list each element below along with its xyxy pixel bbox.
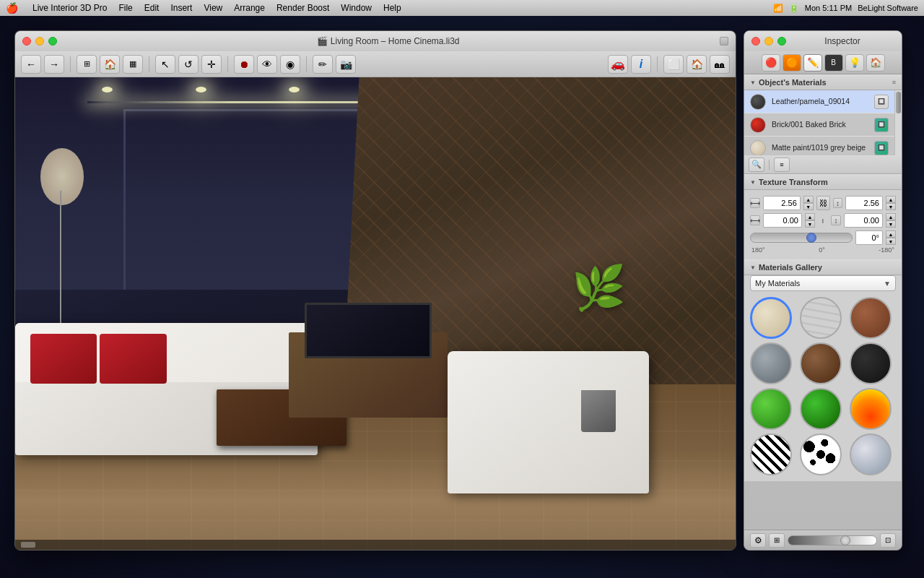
inspector-minimize-button[interactable] bbox=[764, 37, 773, 46]
pencil-button[interactable]: ✏ bbox=[313, 55, 333, 74]
move-tool-button[interactable]: ✛ bbox=[201, 55, 222, 74]
fullscreen-button[interactable]: ⊡ bbox=[880, 533, 896, 548]
select-tool-button[interactable]: ↖ bbox=[155, 55, 175, 74]
brightness-thumb[interactable] bbox=[840, 535, 850, 545]
frame-button[interactable]: ⬜ bbox=[663, 55, 684, 74]
menu-edit[interactable]: Edit bbox=[144, 3, 160, 13]
screenshot-button[interactable]: 📷 bbox=[336, 55, 356, 74]
nav-forward-button[interactable]: → bbox=[44, 55, 64, 74]
floor-plan-button[interactable]: ⊞ bbox=[77, 55, 97, 74]
menu-brand: BeLight Software bbox=[858, 4, 918, 12]
materials-options-icon[interactable]: ≡ bbox=[892, 79, 896, 86]
gallery-item-zebra[interactable] bbox=[750, 434, 792, 475]
tab-house[interactable]: 🏠 bbox=[866, 54, 885, 72]
mat-action-separator bbox=[769, 160, 770, 170]
width-x-down[interactable]: ▼ bbox=[803, 203, 814, 210]
nav-back-button[interactable]: ← bbox=[21, 55, 41, 74]
menu-file[interactable]: File bbox=[118, 3, 132, 13]
gallery-item-fire[interactable] bbox=[850, 388, 892, 430]
car-button[interactable]: 🚗 bbox=[608, 55, 628, 74]
rotation-slider[interactable] bbox=[750, 233, 853, 243]
texture-width-y-stepper[interactable]: ▲ ▼ bbox=[886, 196, 896, 210]
apple-menu[interactable]: 🍎 bbox=[6, 2, 18, 14]
gallery-dropdown[interactable]: My Materials ▼ bbox=[750, 275, 896, 291]
menu-window[interactable]: Window bbox=[341, 3, 372, 13]
plant: 🌿 bbox=[570, 267, 627, 432]
material-swatch-brick bbox=[750, 117, 766, 133]
texture-offset-x-input[interactable]: 0.00 bbox=[763, 213, 802, 228]
inspector-close-button[interactable] bbox=[751, 37, 760, 46]
fit-button[interactable]: ⊞ bbox=[769, 533, 785, 548]
gallery-item-brick[interactable] bbox=[850, 297, 892, 339]
3d-view[interactable]: 🌿 bbox=[15, 77, 736, 550]
offset-x-down[interactable]: ▼ bbox=[805, 220, 815, 228]
tab-light[interactable]: 💡 bbox=[845, 54, 864, 72]
materials-scrollbar[interactable] bbox=[894, 90, 902, 155]
texture-offset-y-input[interactable]: 0.00 bbox=[844, 213, 883, 228]
menu-render-boost[interactable]: Render Boost bbox=[276, 3, 329, 13]
mat-options-button[interactable]: ≡ bbox=[774, 158, 790, 172]
gallery-item-wood[interactable] bbox=[800, 297, 842, 339]
rotation-row: 0° ▲ ▼ bbox=[750, 230, 896, 245]
gallery-item-dalmatian[interactable] bbox=[800, 434, 842, 475]
menu-help[interactable]: Help bbox=[383, 3, 401, 13]
2d-view-button[interactable]: ▦ bbox=[123, 55, 143, 74]
3d-view-button[interactable]: 🏠 bbox=[100, 55, 120, 74]
width-x-up[interactable]: ▲ bbox=[803, 196, 814, 203]
gallery-item-beige[interactable] bbox=[750, 297, 792, 339]
record-button[interactable]: ⏺ bbox=[234, 55, 254, 74]
menu-insert[interactable]: Insert bbox=[170, 3, 192, 13]
rotation-slider-thumb[interactable] bbox=[806, 233, 816, 243]
texture-width-y-input[interactable]: 2.56 bbox=[845, 196, 883, 210]
menu-arrange[interactable]: Arrange bbox=[234, 3, 265, 13]
gallery-item-brown[interactable] bbox=[800, 342, 842, 384]
gallery-item-silver[interactable] bbox=[850, 434, 892, 475]
width-y-up[interactable]: ▲ bbox=[886, 196, 896, 203]
house-small-button[interactable]: 🏠 bbox=[687, 55, 707, 74]
info-button[interactable]: i bbox=[631, 55, 651, 74]
eyedropper-button[interactable]: 🔍 bbox=[749, 158, 764, 172]
menu-app-name[interactable]: Live Interior 3D Pro bbox=[32, 3, 107, 13]
scroll-position-indicator[interactable] bbox=[21, 542, 35, 548]
maximize-button[interactable] bbox=[48, 37, 57, 46]
width-y-down[interactable]: ▼ bbox=[886, 203, 896, 210]
texture-width-x-stepper[interactable]: ▲ ▼ bbox=[803, 196, 814, 210]
view-toggle-button[interactable]: 🏘 bbox=[710, 55, 730, 74]
texture-width-x-input[interactable]: 2.56 bbox=[763, 196, 801, 210]
offset-x-up[interactable]: ▲ bbox=[805, 213, 815, 220]
rotation-down[interactable]: ▼ bbox=[886, 238, 896, 245]
material-name-brick: Brick/001 Baked Brick bbox=[772, 120, 868, 129]
window-resize-control[interactable] bbox=[720, 37, 728, 46]
close-button[interactable] bbox=[22, 37, 31, 46]
brightness-slider[interactable] bbox=[788, 535, 877, 545]
material-item-leather[interactable]: Leather/pamela_09014 🔲 bbox=[744, 90, 894, 113]
rotate-tool-button[interactable]: ↺ bbox=[178, 55, 199, 74]
gallery-item-green1[interactable] bbox=[750, 388, 792, 430]
rotation-stepper[interactable]: ▲ ▼ bbox=[886, 230, 896, 245]
rotation-up[interactable]: ▲ bbox=[886, 230, 896, 238]
rotation-value-input[interactable]: 0° bbox=[855, 230, 883, 245]
tab-object[interactable]: 🔴 bbox=[762, 54, 780, 72]
material-icon-brick: 🔲 bbox=[874, 118, 889, 132]
inspector-maximize-button[interactable] bbox=[777, 37, 786, 46]
texture-offset-x-stepper[interactable]: ▲ ▼ bbox=[805, 213, 815, 228]
chain-link[interactable]: ⛓ bbox=[816, 196, 830, 210]
gallery-item-dark[interactable] bbox=[850, 342, 892, 384]
panorama-button[interactable]: ◉ bbox=[280, 55, 300, 74]
gallery-item-green2[interactable] bbox=[800, 388, 842, 430]
plant-leaves: 🌿 bbox=[541, 267, 657, 399]
tab-body[interactable]: B bbox=[824, 54, 843, 72]
camera-button[interactable]: 👁 bbox=[257, 55, 277, 74]
settings-button[interactable]: ⚙ bbox=[750, 533, 766, 548]
material-item-brick[interactable]: Brick/001 Baked Brick 🔲 bbox=[744, 113, 894, 137]
minimize-button[interactable] bbox=[35, 37, 44, 46]
gallery-item-metal[interactable] bbox=[750, 342, 792, 384]
gallery-section: My Materials ▼ bbox=[744, 275, 902, 481]
menu-view[interactable]: View bbox=[204, 3, 222, 13]
material-item-matte[interactable]: Matte paint/1019 grey beige 🔲 bbox=[744, 137, 894, 155]
offset-y-up[interactable]: ▲ bbox=[886, 213, 896, 220]
texture-offset-y-stepper[interactable]: ▲ ▼ bbox=[886, 213, 896, 228]
tab-texture[interactable]: ✏️ bbox=[803, 54, 822, 72]
offset-y-down[interactable]: ▼ bbox=[886, 220, 896, 228]
tab-material[interactable]: 🟠 bbox=[783, 54, 801, 72]
